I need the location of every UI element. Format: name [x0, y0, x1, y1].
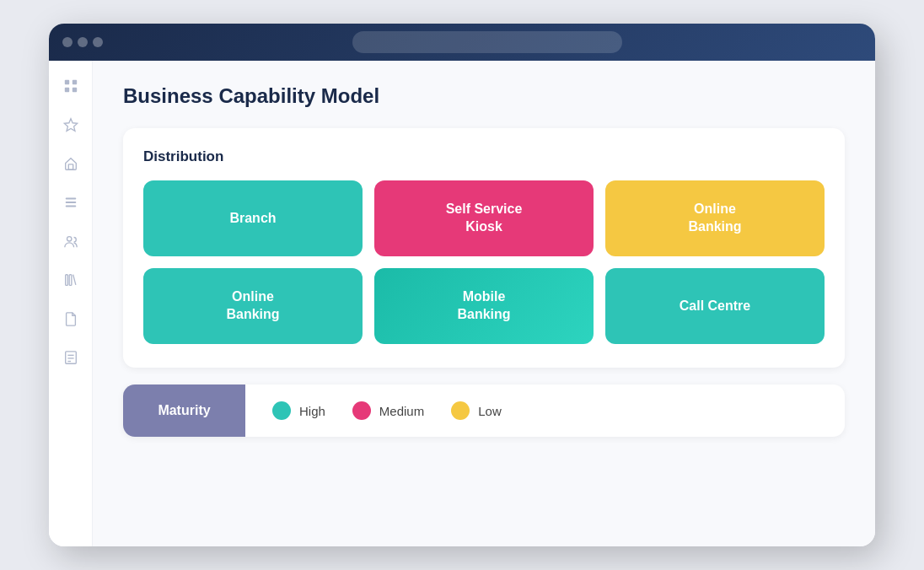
users-icon[interactable] [59, 229, 83, 253]
report-icon[interactable] [59, 346, 83, 369]
main-content: Business Capability Model Distribution B… [93, 61, 875, 546]
tile-branch[interactable]: Branch [143, 180, 363, 256]
svg-rect-5 [68, 164, 73, 169]
legend-medium: Medium [352, 401, 424, 420]
tile-mobile-banking-label: MobileBanking [457, 288, 510, 324]
capability-grid: Branch Self ServiceKiosk OnlineBanking O… [143, 180, 825, 344]
svg-point-9 [67, 237, 71, 241]
tile-online-banking-top-label: OnlineBanking [688, 201, 741, 236]
maturity-legend: High Medium Low [245, 401, 529, 420]
file-icon[interactable] [59, 307, 83, 331]
dot-3 [93, 37, 103, 47]
svg-marker-4 [64, 119, 77, 132]
tile-online-banking-bottom[interactable]: OnlineBanking [143, 268, 363, 344]
grid-icon[interactable] [59, 74, 83, 98]
browser-titlebar [49, 24, 875, 61]
tile-call-centre[interactable]: Call Centre [605, 268, 825, 344]
legend-high: High [272, 401, 325, 420]
address-bar[interactable] [352, 31, 622, 53]
legend-dot-low [451, 401, 470, 420]
library-icon[interactable] [59, 268, 83, 292]
distribution-title: Distribution [143, 148, 825, 165]
svg-rect-11 [69, 275, 72, 286]
browser-body: Business Capability Model Distribution B… [49, 61, 875, 546]
legend-low: Low [451, 401, 502, 420]
legend-label-low: Low [478, 404, 502, 418]
legend-dot-high [272, 401, 291, 420]
legend-dot-medium [352, 401, 371, 420]
svg-rect-1 [72, 80, 76, 84]
home-icon[interactable] [59, 152, 83, 175]
legend-label-medium: Medium [379, 404, 424, 418]
svg-rect-8 [65, 206, 76, 207]
dot-1 [62, 37, 73, 47]
tile-self-service-kiosk-label: Self ServiceKiosk [446, 201, 523, 236]
tile-mobile-banking[interactable]: MobileBanking [374, 268, 594, 344]
tile-online-banking-top[interactable]: OnlineBanking [605, 180, 825, 256]
svg-rect-10 [65, 275, 67, 286]
dot-2 [78, 37, 88, 47]
svg-rect-6 [65, 198, 76, 200]
legend-label-high: High [299, 404, 325, 418]
distribution-card: Distribution Branch Self ServiceKiosk On… [123, 128, 845, 368]
tile-online-banking-bottom-label: OnlineBanking [226, 288, 279, 324]
list-icon[interactable] [59, 191, 83, 214]
tile-branch-label: Branch [229, 210, 276, 228]
sidebar [49, 61, 93, 546]
maturity-bar: Maturity High Medium Low [123, 384, 845, 437]
svg-rect-7 [65, 202, 76, 203]
svg-rect-3 [72, 88, 76, 92]
browser-dots [62, 37, 103, 47]
maturity-label: Maturity [158, 403, 210, 418]
svg-rect-2 [64, 88, 68, 92]
maturity-label-box: Maturity [123, 384, 245, 437]
star-icon[interactable] [59, 113, 83, 137]
tile-call-centre-label: Call Centre [680, 298, 750, 315]
tile-self-service-kiosk[interactable]: Self ServiceKiosk [374, 180, 594, 256]
browser-window: Business Capability Model Distribution B… [49, 24, 875, 546]
page-title: Business Capability Model [123, 84, 845, 108]
svg-rect-0 [64, 80, 68, 84]
